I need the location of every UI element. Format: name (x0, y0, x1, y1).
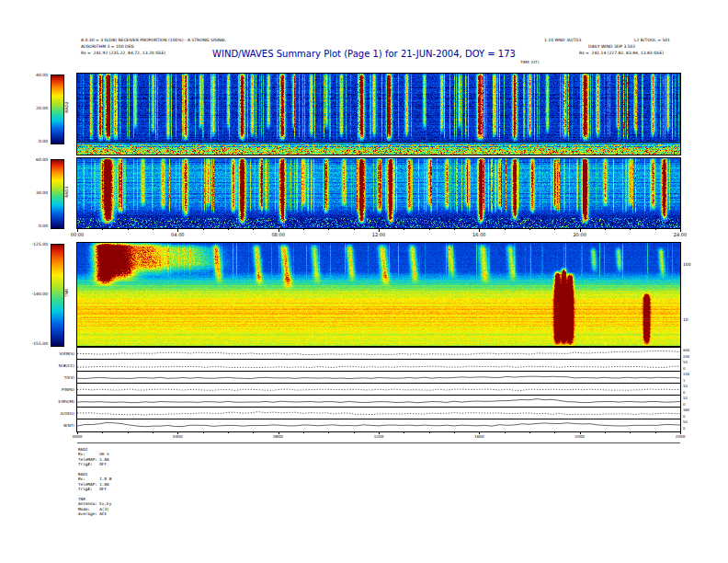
strip-right-bottom-1: 0 (683, 366, 685, 371)
strip-right-bottom-6: 0 (683, 426, 685, 431)
strip-row-1 (77, 360, 680, 372)
bottom-tick-6 (228, 431, 229, 433)
time-label-2000: 20:00 (566, 232, 594, 237)
time-label-2400: 24:00 (666, 232, 694, 237)
bottom-label-0800: 0800 (267, 434, 290, 439)
time-tick-13 (404, 228, 404, 230)
colorbar-tick-rad1-1: 30.00 (15, 190, 48, 195)
header-right-line-1b: L2 B/TOOL = 501 (634, 39, 670, 43)
right-tick-tnr-1: 10 (683, 317, 688, 322)
colorbar-tick-rad1-0: 60.00 (15, 157, 48, 162)
legend-line-8: Trig#: OFF (78, 487, 111, 491)
colorbar-rad2 (51, 75, 64, 144)
bottom-tick-19 (554, 431, 555, 433)
time-tick-9 (303, 228, 304, 230)
bottom-label-0000: 0000 (65, 434, 89, 439)
legend-block: RAD2Rx: UH 5TeleMAP: 1.0ATrig#: OFF RAD1… (78, 447, 111, 517)
bottom-label-1200: 1200 (367, 434, 391, 439)
colorbar-tick-tnr-1: -140.00 (15, 292, 48, 296)
time-tick-18 (529, 228, 530, 230)
time-label-0800: 08:00 (265, 232, 292, 237)
strip-row-4 (77, 396, 680, 408)
time-tick-15 (454, 228, 455, 230)
strip-right-bottom-3: 0 (683, 390, 685, 395)
strip-right-bottom-2: 1 (683, 378, 685, 383)
strip-line-5 (77, 408, 680, 419)
time-axis-title: TIME (UT) (520, 61, 539, 65)
strip-right-top-0: 800 (683, 348, 689, 352)
bottom-tick-18 (529, 431, 530, 433)
bottom-tick-7 (253, 431, 254, 433)
bottom-tick-15 (454, 431, 455, 433)
strips-frame (76, 347, 681, 432)
strip-label-1: N(#/CC) (35, 363, 74, 368)
strip-right-top-5: 360 (683, 408, 689, 412)
bottom-tick-10 (328, 431, 329, 433)
strip-right-top-4: 10 (683, 396, 688, 400)
time-tick-21 (605, 228, 606, 230)
time-tick-7 (253, 228, 254, 230)
bottom-tick-22 (630, 431, 631, 433)
header-left-line-1: A 0.30 = 3 G(DB) RECEIVER PROPORTION (10… (81, 39, 226, 43)
strip-label-6: B(NT) (35, 423, 74, 428)
time-tick-22 (630, 228, 631, 230)
strip-label-2: T(EV) (35, 375, 74, 380)
bottom-tick-13 (404, 431, 404, 433)
strip-right-top-6: 50 (683, 419, 688, 424)
strip-row-2 (77, 372, 680, 384)
time-tick-10 (328, 228, 329, 230)
panel-label-rad1: RAD1 (64, 178, 69, 206)
legend-line-13: Average: ACE (78, 511, 111, 516)
panel-label-rad2: RAD2 (64, 94, 69, 121)
time-label-1600: 16:00 (465, 232, 493, 237)
strip-row-3 (77, 384, 680, 396)
time-tick-17 (505, 228, 506, 230)
strip-label-0: V(KM/S) (35, 351, 74, 356)
legend-line-3: Trig#: OFF (78, 462, 111, 466)
strip-row-5 (77, 408, 680, 419)
panel-label-tnr: TNR (64, 280, 69, 307)
strip-line-0 (77, 348, 680, 360)
bottom-tick-11 (354, 431, 355, 433)
colorbar-tick-rad1-2: 0.00 (15, 224, 48, 228)
strip-line-3 (77, 384, 680, 396)
strip-right-bottom-5: 0 (683, 414, 685, 419)
time-tick-3 (153, 228, 154, 230)
colorbar-tick-tnr-2: -155.00 (15, 341, 48, 346)
time-tick-2 (128, 228, 129, 230)
colorbar-tick-rad2-0: 40.00 (15, 73, 48, 77)
strip-label-5: A(DEG) (35, 411, 74, 416)
bottom-tick-14 (429, 431, 430, 433)
time-tick-23 (655, 228, 656, 230)
strip-label-3: P(NPA) (35, 387, 74, 392)
bottom-tick-17 (505, 431, 506, 433)
time-label-1200: 12:00 (365, 232, 392, 237)
strip-label-4: E(MV/M) (35, 399, 74, 404)
header-right-line-1a: 1.10 WND 3U/T03 (544, 39, 581, 43)
time-tick-14 (429, 228, 430, 230)
bottom-tick-9 (303, 431, 304, 433)
colorbar-tick-tnr-0: -125.00 (15, 242, 48, 247)
right-tick-tnr-0: 100 (683, 262, 691, 267)
bottom-tick-1 (102, 431, 103, 433)
rad1-spectrogram-canvas (77, 158, 680, 228)
time-tick-6 (228, 228, 229, 230)
rad2-spectrogram-canvas (77, 74, 680, 155)
strip-right-top-2: 100 (683, 372, 689, 376)
colorbar-tick-rad2-2: 0.00 (15, 139, 48, 144)
strip-right-top-1: 50 (683, 360, 688, 364)
time-tick-1 (102, 228, 103, 230)
header-right-line-3: Rs = 241.14 (227.82, 83.84, 13.83 GSE) (579, 52, 664, 56)
strip-right-bottom-0: 200 (683, 354, 689, 359)
wind-waves-summary-figure: A 0.30 = 3 G(DB) RECEIVER PROPORTION (10… (0, 0, 728, 563)
header-right-line-2: DAILY WIND 3DP 3,502 (588, 45, 635, 50)
bottom-tick-21 (605, 431, 606, 433)
colorbar-tick-rad2-1: 20.00 (15, 106, 48, 110)
strip-row-0 (77, 348, 680, 360)
strip-right-top-3: 10 (683, 384, 688, 388)
bottom-tick-2 (128, 431, 129, 433)
bottom-tick-5 (203, 431, 204, 433)
colorbar-tnr (51, 244, 64, 347)
bottom-label-0400: 0400 (165, 434, 189, 439)
strip-line-6 (77, 419, 680, 431)
